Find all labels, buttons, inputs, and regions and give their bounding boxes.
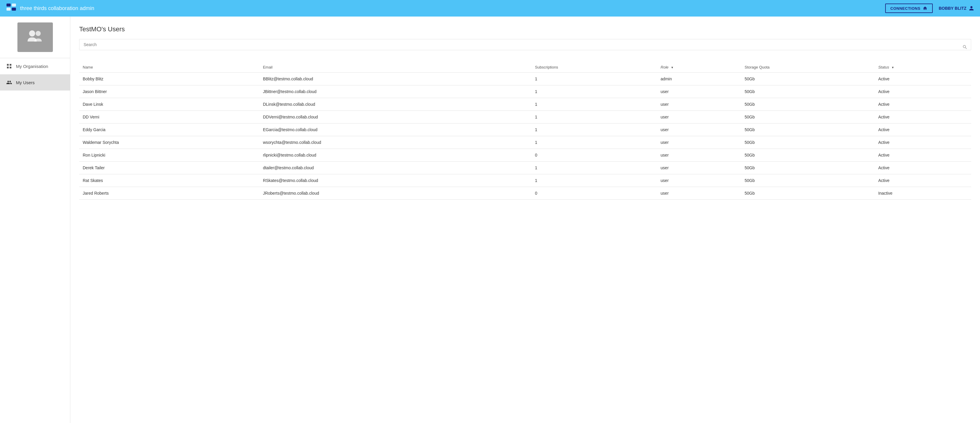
table-row[interactable]: Bobby BlitzBBlitz@testmo.collab.cloud1ad… [79, 73, 971, 85]
table-header: Name Email Subscriptions Role ▼ Storage … [79, 62, 971, 73]
status-sort-arrow: ▼ [891, 66, 894, 69]
cell-storage_quota: 50Gb [741, 136, 875, 149]
cell-email: JRoberts@testmo.collab.cloud [259, 187, 531, 200]
cell-role: user [657, 124, 741, 136]
cell-name: Bobby Blitz [79, 73, 259, 85]
app-logo-icon [6, 3, 16, 14]
cell-status: Active [875, 162, 971, 174]
cell-storage_quota: 50Gb [741, 162, 875, 174]
sidebar-nav: My Organisation My Users [0, 58, 70, 91]
col-email: Email [259, 62, 531, 73]
sidebar-item-my-users-label: My Users [16, 80, 35, 85]
app-title: three thirds collaboration admin [20, 5, 94, 11]
cell-status: Active [875, 111, 971, 124]
cell-name: Eddy Garcia [79, 124, 259, 136]
table-row[interactable]: Eddy GarciaEGarcia@testmo.collab.cloud1u… [79, 124, 971, 136]
app-layout: My Organisation My Users TestMO's Users [0, 16, 980, 423]
col-role[interactable]: Role ▼ [657, 62, 741, 73]
cell-role: user [657, 136, 741, 149]
cell-email: dtailer@testmo.collab.cloud [259, 162, 531, 174]
cell-storage_quota: 50Gb [741, 98, 875, 111]
table-row[interactable]: Jared RobertsJRoberts@testmo.collab.clou… [79, 187, 971, 200]
sidebar-item-my-organisation[interactable]: My Organisation [0, 58, 70, 75]
sidebar-item-my-organisation-label: My Organisation [16, 64, 48, 69]
table-row[interactable]: Ron Lipnickirlipnicki@testmo.collab.clou… [79, 149, 971, 162]
header-left: three thirds collaboration admin [6, 3, 94, 14]
table-row[interactable]: Jason BittnerJBittner@testmo.collab.clou… [79, 85, 971, 98]
cell-subscriptions: 1 [531, 124, 657, 136]
table-row[interactable]: Derek Tailerdtailer@testmo.collab.cloud1… [79, 162, 971, 174]
cell-subscriptions: 0 [531, 187, 657, 200]
sidebar-item-my-users[interactable]: My Users [0, 75, 70, 91]
cell-email: wsorychta@testmo.collab.cloud [259, 136, 531, 149]
col-storage-quota: Storage Quota [741, 62, 875, 73]
cell-email: BBlitz@testmo.collab.cloud [259, 73, 531, 85]
cell-storage_quota: 50Gb [741, 111, 875, 124]
cell-name: Rat Skates [79, 174, 259, 187]
cell-subscriptions: 1 [531, 73, 657, 85]
cell-subscriptions: 1 [531, 162, 657, 174]
table-row[interactable]: Waldemar Sorychtawsorychta@testmo.collab… [79, 136, 971, 149]
cell-subscriptions: 1 [531, 85, 657, 98]
connections-button[interactable]: CONNECTIONS [885, 3, 933, 13]
user-icon [969, 6, 974, 11]
cell-role: user [657, 98, 741, 111]
cell-email: DLinsk@testmo.collab.cloud [259, 98, 531, 111]
table-row[interactable]: Rat SkatesRSkates@testmo.collab.cloud1us… [79, 174, 971, 187]
cell-storage_quota: 50Gb [741, 124, 875, 136]
cell-subscriptions: 1 [531, 111, 657, 124]
cell-subscriptions: 1 [531, 136, 657, 149]
cell-storage_quota: 50Gb [741, 174, 875, 187]
cell-role: admin [657, 73, 741, 85]
avatar-box [18, 22, 53, 52]
cell-status: Active [875, 149, 971, 162]
table-row[interactable]: DD VerniDDVerni@testmo.collab.cloud1user… [79, 111, 971, 124]
page-title: TestMO's Users [79, 25, 971, 33]
search-icon [962, 45, 967, 51]
cell-role: user [657, 187, 741, 200]
search-input[interactable] [79, 39, 971, 50]
app-header: three thirds collaboration admin CONNECT… [0, 0, 980, 16]
user-label: BOBBY BLITZ [939, 6, 966, 11]
cell-status: Active [875, 85, 971, 98]
header-right: CONNECTIONS BOBBY BLITZ [885, 3, 974, 13]
cell-status: Active [875, 174, 971, 187]
cell-storage_quota: 50Gb [741, 73, 875, 85]
col-status[interactable]: Status ▼ [875, 62, 971, 73]
search-wrapper [79, 39, 971, 56]
cell-name: Dave Linsk [79, 98, 259, 111]
users-icon [6, 79, 13, 86]
group-avatar-icon [25, 29, 46, 46]
col-subscriptions: Subscriptions [531, 62, 657, 73]
cell-email: EGarcia@testmo.collab.cloud [259, 124, 531, 136]
cell-name: Derek Tailer [79, 162, 259, 174]
svg-point-5 [35, 31, 40, 36]
cell-name: Jason Bittner [79, 85, 259, 98]
role-sort-arrow: ▼ [671, 66, 674, 69]
cell-storage_quota: 50Gb [741, 187, 875, 200]
connections-label: CONNECTIONS [891, 6, 921, 11]
cell-email: DDVerni@testmo.collab.cloud [259, 111, 531, 124]
cell-status: Active [875, 98, 971, 111]
cell-email: RSkates@testmo.collab.cloud [259, 174, 531, 187]
svg-rect-2 [6, 8, 11, 11]
cell-subscriptions: 1 [531, 174, 657, 187]
cell-status: Active [875, 124, 971, 136]
cell-subscriptions: 0 [531, 149, 657, 162]
cell-status: Inactive [875, 187, 971, 200]
cell-subscriptions: 1 [531, 98, 657, 111]
svg-rect-3 [12, 8, 16, 11]
cell-name: Jared Roberts [79, 187, 259, 200]
cell-name: DD Verni [79, 111, 259, 124]
cell-status: Active [875, 136, 971, 149]
cell-role: user [657, 149, 741, 162]
cell-role: user [657, 111, 741, 124]
sidebar: My Organisation My Users [0, 16, 70, 423]
avatar-area [0, 16, 70, 58]
col-name: Name [79, 62, 259, 73]
cell-email: JBittner@testmo.collab.cloud [259, 85, 531, 98]
svg-rect-0 [6, 3, 11, 6]
main-content: TestMO's Users Name Email Subscriptions … [70, 16, 980, 423]
cell-email: rlipnicki@testmo.collab.cloud [259, 149, 531, 162]
table-row[interactable]: Dave LinskDLinsk@testmo.collab.cloud1use… [79, 98, 971, 111]
